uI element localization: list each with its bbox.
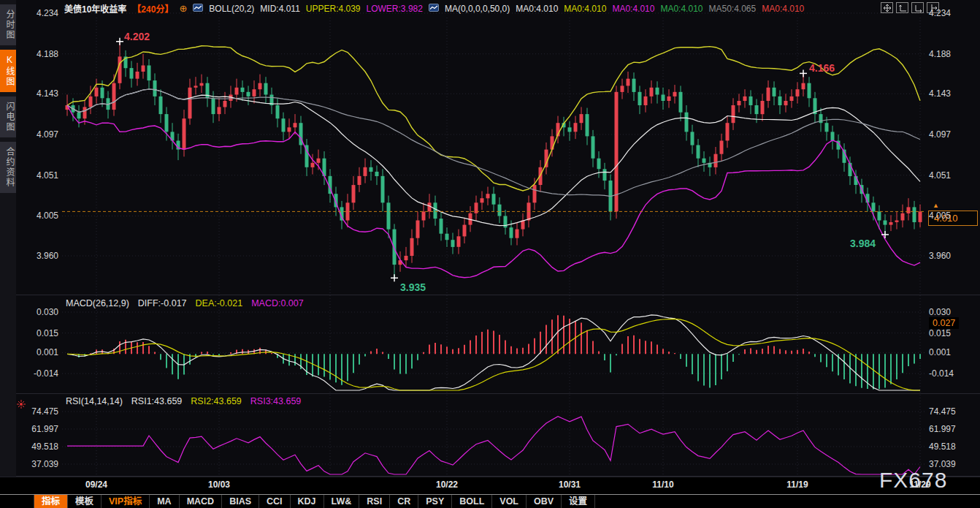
macd-current-badge: 0.027 <box>929 317 959 329</box>
date-axis: 240分 ▲ 2025/10/08 19:00~23:00 三 <box>0 477 980 495</box>
x-axis-scale-icon[interactable] <box>896 2 908 13</box>
toolbar-vip-indicator[interactable]: VIP指标 <box>102 495 150 508</box>
toolbar-ma[interactable]: MA <box>150 495 179 508</box>
indicator-settings-icon[interactable] <box>17 398 26 412</box>
chart-type-sidebar: 分时图K线图闪电图合约资料 <box>0 0 16 477</box>
add-indicator-icon[interactable]: ⊕ <box>179 3 187 14</box>
toolbar-rsi[interactable]: RSI <box>359 495 390 508</box>
shift-right-icon[interactable] <box>927 2 939 13</box>
toolbar-cci[interactable]: CCI <box>259 495 291 508</box>
trading-terminal: 分时图K线图闪电图合约资料 美债10年收益率 【240分】 ⊕ BOLL(20,… <box>0 0 980 508</box>
sidebar-tab-time-chart[interactable]: 分时图 <box>0 4 16 45</box>
sidebar-tab-kline-chart[interactable]: K线图 <box>0 50 16 92</box>
toolbar-lwr[interactable]: LW& <box>324 495 360 508</box>
toolbar-vol[interactable]: VOL <box>492 495 527 508</box>
toolbar-macd[interactable]: MACD <box>180 495 223 508</box>
indicator-toolbar: 指标模板VIP指标MAMACDBIASCCIKDJLW&RSICRPSYBOLL… <box>0 494 980 508</box>
sidebar-tab-flash-chart[interactable]: 闪电图 <box>0 96 16 137</box>
toolbar-cr[interactable]: CR <box>390 495 418 508</box>
toolbar-kdj[interactable]: KDJ <box>291 495 324 508</box>
last-price-badge: 4.010 <box>928 211 978 226</box>
scroll-to-latest-icon[interactable]: ▲ <box>933 202 939 209</box>
y-axis-scale-icon[interactable] <box>911 2 924 13</box>
toolbar-bias[interactable]: BIAS <box>222 495 259 508</box>
toolbar-settings[interactable]: 设置 <box>562 495 595 508</box>
toolbar-obv[interactable]: OBV <box>527 495 562 508</box>
toolbar-indicator[interactable]: 指标 <box>34 495 68 508</box>
candlestick-chart-canvas <box>0 0 980 508</box>
move-tool-icon[interactable] <box>881 2 893 13</box>
toolbar-boll[interactable]: BOLL <box>452 495 492 508</box>
sidebar-tab-contract-info[interactable]: 合约资料 <box>0 142 16 193</box>
toolbar-template[interactable]: 模板 <box>68 495 102 508</box>
toolbar-psy[interactable]: PSY <box>418 495 452 508</box>
chart-tool-buttons <box>881 2 939 13</box>
